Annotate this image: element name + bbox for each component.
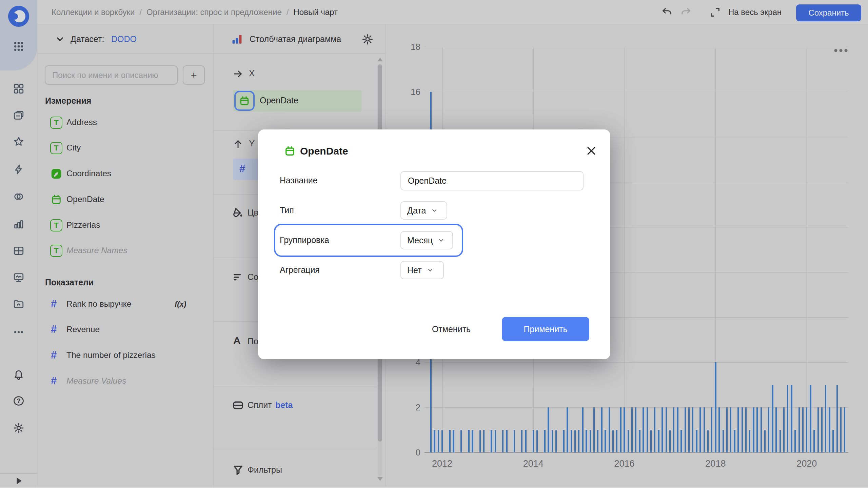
svg-text:?: ? <box>17 397 20 404</box>
bar <box>605 430 606 453</box>
bar <box>696 430 697 453</box>
bar <box>593 407 595 452</box>
bar <box>662 407 663 452</box>
datalens-logo-icon[interactable] <box>8 6 29 27</box>
field-item[interactable]: TAddress <box>37 112 214 133</box>
y-section-label: Y <box>249 138 255 149</box>
scroll-down-icon[interactable] <box>377 477 383 481</box>
charts-icon[interactable] <box>13 219 24 230</box>
bar <box>692 407 694 452</box>
expand-rail-icon[interactable] <box>13 475 24 487</box>
bar <box>514 430 515 453</box>
select-value: Месяц <box>407 236 433 245</box>
field-item[interactable]: #Measure Values <box>37 371 214 392</box>
breadcrumb[interactable]: Коллекции и воркбуки/Организации: спрос … <box>52 0 338 24</box>
number-type-icon: # <box>51 349 57 361</box>
scroll-up-icon[interactable] <box>377 58 383 61</box>
breadcrumb-item[interactable]: Коллекции и воркбуки <box>52 7 135 17</box>
labels-section-label[interactable]: По <box>248 337 258 346</box>
storage-icon[interactable] <box>13 298 24 310</box>
fullscreen-icon[interactable] <box>709 6 721 18</box>
field-item[interactable]: Coordinates <box>37 163 214 184</box>
bar <box>643 407 644 452</box>
bar <box>806 407 808 452</box>
y-axis-icon <box>233 139 243 149</box>
x-section-label: X <box>249 68 255 79</box>
breadcrumb-item[interactable]: Новый чарт <box>294 7 338 17</box>
split-section-label[interactable]: Сплит <box>248 400 272 410</box>
favorites-icon[interactable] <box>13 136 24 147</box>
save-button[interactable]: Сохранить <box>796 4 861 21</box>
tables-icon[interactable] <box>13 245 24 257</box>
modal-select-2[interactable]: Дата <box>400 201 447 220</box>
sort-section-label[interactable]: Со <box>248 272 258 282</box>
formula-icon: f(x) <box>175 300 186 309</box>
dataset-label: Датасет: <box>71 34 104 44</box>
calendar-icon-highlighted[interactable] <box>234 91 255 111</box>
bar <box>571 430 572 453</box>
text-type-icon: T <box>50 245 62 257</box>
field-item[interactable]: #The number of pizzerias <box>37 345 214 366</box>
close-icon[interactable] <box>586 145 597 157</box>
bar <box>821 407 823 452</box>
bar <box>479 430 481 453</box>
notifications-icon[interactable] <box>13 368 24 380</box>
bar <box>798 407 800 452</box>
bar <box>726 407 728 452</box>
chart-type-label[interactable]: Столбчатая диаграмма <box>250 34 341 44</box>
bar <box>434 430 435 453</box>
select-value: Дата <box>407 206 426 216</box>
bar <box>506 430 508 453</box>
chart-settings-gear-icon[interactable] <box>361 33 374 45</box>
apply-button[interactable]: Применить <box>502 317 589 341</box>
color-section-label[interactable]: Цв <box>248 208 258 218</box>
bar <box>768 407 770 452</box>
dataset-name-link[interactable]: DODO <box>111 34 137 44</box>
redo-icon <box>680 6 692 18</box>
breadcrumb-item[interactable]: Организации: спрос и предложение <box>146 7 282 17</box>
bar <box>802 407 804 452</box>
dataset-header: Датасет: DODO <box>37 24 214 54</box>
dashboards-icon[interactable] <box>13 83 24 94</box>
text-type-icon: T <box>50 117 62 129</box>
field-item[interactable]: TPizzerias <box>37 215 214 236</box>
bar-chart-type-icon[interactable] <box>231 33 243 46</box>
chart-more-menu-icon[interactable] <box>833 47 848 54</box>
bar <box>616 430 618 453</box>
field-name-input[interactable] <box>400 171 584 190</box>
settings-icon[interactable] <box>13 422 24 434</box>
field-item[interactable]: #Rank по выручкеf(x) <box>37 294 214 315</box>
editor-icon[interactable] <box>13 164 24 175</box>
bar <box>609 407 610 452</box>
modal-select-4[interactable]: Нет <box>400 261 444 279</box>
more-icon[interactable] <box>13 326 24 338</box>
bar <box>704 407 705 452</box>
datasets-icon[interactable] <box>13 191 24 202</box>
field-item[interactable]: OpenDate <box>37 189 214 210</box>
field-item[interactable]: TCity <box>37 138 214 159</box>
undo-icon[interactable] <box>661 6 673 18</box>
x-tick-label: 2014 <box>523 459 544 469</box>
x-field-chip[interactable]: OpenDate <box>233 90 361 111</box>
field-item[interactable]: #Revenue <box>37 319 214 340</box>
collections-icon[interactable] <box>13 109 24 121</box>
search-input[interactable] <box>45 65 178 85</box>
fullscreen-label[interactable]: На весь экран <box>728 7 782 17</box>
help-icon[interactable]: ? <box>13 395 24 407</box>
geopoint-type-icon <box>50 168 62 180</box>
monitoring-icon[interactable] <box>13 272 24 283</box>
chevron-down-icon[interactable] <box>55 34 65 44</box>
filters-section-label[interactable]: Фильтры <box>248 465 282 475</box>
modal-select-3[interactable]: Месяц <box>400 231 453 249</box>
cancel-button[interactable]: Отменить <box>428 318 475 340</box>
bar <box>654 407 656 452</box>
apps-grid-icon[interactable] <box>13 41 24 52</box>
bar <box>441 430 443 453</box>
bar <box>734 430 735 453</box>
field-label: Revenue <box>66 325 100 334</box>
field-item[interactable]: TMeasure Names <box>37 240 214 261</box>
add-field-button[interactable]: + <box>183 65 205 85</box>
bar <box>707 430 709 453</box>
bar <box>597 430 599 453</box>
bar <box>544 430 546 453</box>
